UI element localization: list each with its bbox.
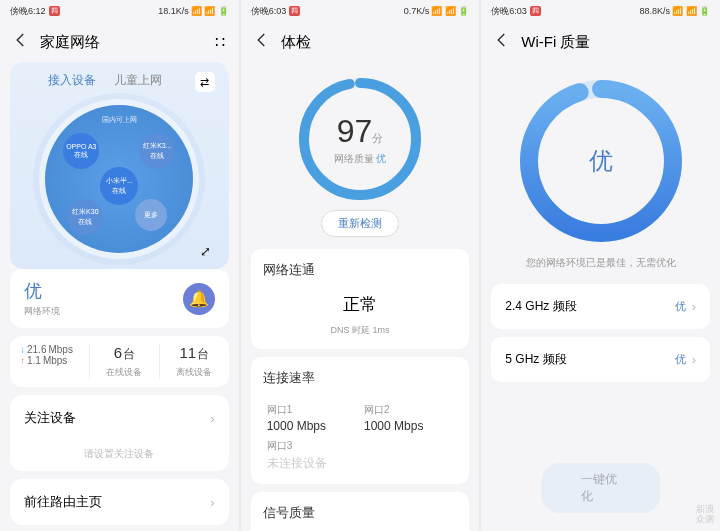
back-icon[interactable]: [493, 31, 511, 53]
status-bar: 傍晚6:03四 88.8K/s📶 📶 🔋: [481, 0, 720, 22]
device-bubble[interactable]: 小米平...在线: [100, 167, 138, 205]
device-bubble[interactable]: 红米K30在线: [67, 199, 103, 235]
stats-card: ↓21.6 Mbps ↑1.1 Mbps 6台 在线设备 11台 离线设备: [10, 336, 229, 387]
device-bubble-more[interactable]: 更多: [135, 199, 167, 231]
expand-icon[interactable]: ⤢: [200, 244, 211, 259]
speed-stat[interactable]: ↓21.6 Mbps ↑1.1 Mbps: [10, 344, 90, 379]
phone-home-network: 傍晚6:12四 18.1K/s📶 📶 🔋 家庭网络 ∷ 接入设备 儿童上网 ⇄ …: [0, 0, 239, 531]
quality-label: 网络环境: [24, 305, 60, 318]
offline-stat[interactable]: 11台 离线设备: [160, 344, 229, 379]
follow-hint: 请设置关注设备: [10, 441, 229, 471]
chevron-right-icon: ›: [210, 411, 214, 426]
header: 体检: [241, 22, 480, 62]
optimize-button[interactable]: 一键优化: [541, 463, 660, 513]
tab-devices[interactable]: 接入设备: [48, 72, 96, 89]
bell-button[interactable]: 🔔: [183, 283, 215, 315]
watermark: 新浪众测: [696, 505, 714, 525]
status-bar: 傍晚6:12四 18.1K/s📶 📶 🔋: [0, 0, 239, 22]
wifi-grade: 优: [589, 145, 613, 177]
connectivity-section: 网络连通 正常 DNS 时延 1ms: [251, 249, 470, 349]
net-status-label: 国内可上网: [102, 115, 137, 125]
speed-section: 连接速率 网口11000 Mbps 网口21000 Mbps 网口3未连接设备: [251, 357, 470, 484]
score-ring: 97分 网络质量 优: [295, 74, 425, 204]
band-24-row[interactable]: 2.4 GHz 频段 优›: [491, 284, 710, 329]
chevron-right-icon: ›: [692, 299, 696, 314]
retest-button[interactable]: 重新检测: [321, 210, 399, 237]
wifi-message: 您的网络环境已是最佳，无需优化: [491, 256, 710, 270]
signal-section: 信号质量 无弱信号设备: [251, 492, 470, 531]
online-stat[interactable]: 6台 在线设备: [90, 344, 160, 379]
device-map-card: 接入设备 儿童上网 ⇄ 国内可上网 OPPO A3在线 红米K3...在线 小米…: [10, 62, 229, 269]
follow-devices-row[interactable]: 关注设备›: [10, 395, 229, 441]
page-title: 家庭网络: [40, 33, 205, 52]
follow-devices-card: 关注设备› 请设置关注设备: [10, 395, 229, 471]
status-bar: 傍晚6:03四 0.7K/s📶 📶 🔋: [241, 0, 480, 22]
page-title: 体检: [281, 33, 468, 52]
phone-wifi-quality: 傍晚6:03四 88.8K/s📶 📶 🔋 Wi-Fi 质量 优 您的网络环境已是…: [481, 0, 720, 531]
phone-checkup: 傍晚6:03四 0.7K/s📶 📶 🔋 体检 97分 网络质量 优 重新检测 网…: [241, 0, 480, 531]
quality-grade: 优: [24, 279, 60, 303]
wifi-quality-ring: 优: [516, 76, 686, 246]
swap-icon[interactable]: ⇄: [195, 72, 215, 92]
band-5-row[interactable]: 5 GHz 频段 优›: [491, 337, 710, 382]
back-icon[interactable]: [253, 31, 271, 53]
device-bubble[interactable]: OPPO A3在线: [63, 133, 99, 169]
device-circle[interactable]: 国内可上网 OPPO A3在线 红米K3...在线 小米平...在线 红米K30…: [45, 105, 193, 253]
network-quality-card[interactable]: 优 网络环境 🔔: [10, 269, 229, 328]
back-icon[interactable]: [12, 31, 30, 53]
chevron-right-icon: ›: [210, 495, 214, 510]
chevron-right-icon: ›: [692, 352, 696, 367]
device-bubble[interactable]: 红米K3...在线: [139, 133, 175, 169]
router-home-row[interactable]: 前往路由主页›: [10, 479, 229, 525]
connectivity-value: 正常: [263, 289, 458, 320]
header: 家庭网络 ∷: [0, 22, 239, 62]
tab-kids[interactable]: 儿童上网: [114, 72, 162, 89]
score-value: 97: [337, 113, 373, 149]
header: Wi-Fi 质量: [481, 22, 720, 62]
page-title: Wi-Fi 质量: [521, 33, 708, 52]
menu-icon[interactable]: ∷: [215, 33, 227, 52]
